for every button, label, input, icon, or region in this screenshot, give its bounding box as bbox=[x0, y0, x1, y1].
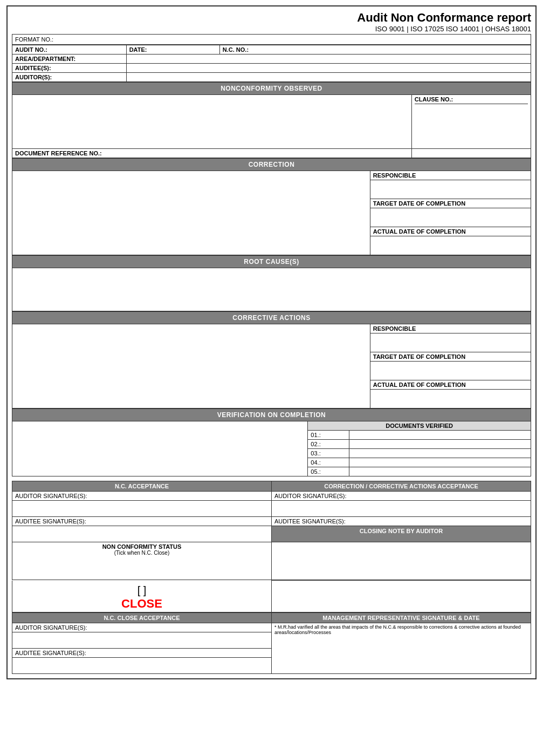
format-no-row: FORMAT NO.: bbox=[12, 34, 531, 45]
nc-no-label: N.C. NO.: bbox=[219, 45, 531, 55]
header: Audit Non Conformance report ISO 9001 | … bbox=[12, 11, 531, 33]
mgmt-rep-footnote: * M.R.had varified all the areas that im… bbox=[272, 623, 531, 673]
doc-item-3-label: 03.: bbox=[308, 449, 349, 458]
correction-content[interactable] bbox=[12, 171, 370, 255]
correction-acceptance-header: CORRECTION / CORRECTIVE ACTIONS ACCEPTAN… bbox=[272, 481, 531, 492]
target-date-value-2[interactable] bbox=[370, 362, 531, 380]
verification-header: VERIFICATION ON COMPLETION bbox=[12, 409, 531, 421]
doc-item-4-value[interactable] bbox=[349, 458, 531, 467]
actual-date-label-2: ACTUAL DATE OF COMPLETION bbox=[370, 380, 531, 390]
doc-item-2-value[interactable] bbox=[349, 440, 531, 449]
nc-auditee-sig-text: AUDITEE SIGNATURE(S): bbox=[15, 518, 86, 525]
corrective-actions-table: CORRECTIVE ACTIONS RESPONCIBLE TARGET DA… bbox=[12, 311, 531, 408]
verification-content[interactable] bbox=[12, 421, 308, 476]
page-container: Audit Non Conformance report ISO 9001 | … bbox=[6, 5, 537, 679]
nc-close-auditor-value[interactable] bbox=[12, 632, 272, 648]
actual-date-value-2[interactable] bbox=[370, 390, 531, 408]
close-bracket: [ ] bbox=[15, 584, 269, 597]
correction-header: CORRECTION bbox=[12, 159, 531, 171]
nc-close-table: N.C. CLOSE ACCEPTANCE MANAGEMENT REPRESE… bbox=[12, 612, 531, 674]
nc-status-sub: (Tick when N.C. Close) bbox=[15, 550, 269, 556]
actual-date-label-1: ACTUAL DATE OF COMPLETION bbox=[370, 227, 531, 236]
acceptance-top-table: N.C. ACCEPTANCE CORRECTION / CORRECTIVE … bbox=[12, 481, 531, 580]
actual-date-value-1[interactable] bbox=[370, 236, 531, 255]
nc-auditor-sig-value[interactable] bbox=[12, 501, 272, 517]
target-date-label-1: TARGET DATE OF COMPLETION bbox=[370, 199, 531, 208]
auditor-value[interactable] bbox=[126, 73, 531, 82]
nc-acceptance-header: N.C. ACCEPTANCE bbox=[12, 481, 272, 492]
responsible-value-1[interactable] bbox=[370, 180, 531, 199]
correction-table: CORRECTION RESPONCIBLE TARGET DATE OF CO… bbox=[12, 158, 531, 255]
ca-auditee-sig-text: AUDITEE SIGNATURE(S): bbox=[274, 518, 346, 525]
auditor-label: AUDITOR(S): bbox=[12, 73, 127, 82]
nc-close-auditee-value[interactable] bbox=[12, 657, 272, 673]
format-no-label: FORMAT NO.: bbox=[15, 36, 53, 43]
nc-status-table: [ ] CLOSE bbox=[12, 580, 531, 612]
responsible-label-2: RESPONCIBLE bbox=[370, 324, 531, 333]
ca-auditor-sig-value[interactable] bbox=[272, 501, 531, 517]
nc-status-cell: NON CONFORMITY STATUS (Tick when N.C. Cl… bbox=[12, 542, 272, 580]
root-cause-header: ROOT CAUSE(S) bbox=[12, 256, 531, 268]
verification-table: VERIFICATION ON COMPLETION DOCUMENTS VER… bbox=[12, 408, 531, 476]
target-date-label-2: TARGET DATE OF COMPLETION bbox=[370, 352, 531, 362]
audit-no-label: AUDIT NO.: bbox=[12, 45, 127, 55]
auditee-label: AUDITEE(S): bbox=[12, 64, 127, 73]
doc-item-5-label: 05.: bbox=[308, 467, 349, 476]
area-dept-value[interactable] bbox=[126, 55, 531, 64]
close-bracket-cell: [ ] CLOSE bbox=[12, 581, 272, 612]
top-info-table: AUDIT NO.: DATE: N.C. NO.: AREA/DEPARTME… bbox=[12, 45, 531, 82]
auditee-value[interactable] bbox=[126, 64, 531, 73]
nonconformity-content[interactable] bbox=[12, 95, 412, 149]
nonconformity-header: NONCONFORMITY OBSERVED bbox=[12, 83, 531, 95]
mgmt-rep-header: MANAGEMENT REPRESENTATIVE SIGNATURE & DA… bbox=[272, 612, 531, 623]
closing-note-value[interactable] bbox=[272, 542, 531, 580]
nc-auditor-sig-text: AUDITOR SIGNATURE(S): bbox=[15, 493, 87, 499]
ca-auditee-sig-label: AUDITEE SIGNATURE(S): bbox=[272, 517, 531, 526]
nc-close-auditee-label: AUDITEE SIGNATURE(S): bbox=[12, 648, 272, 657]
root-cause-table: ROOT CAUSE(S) bbox=[12, 255, 531, 311]
responsible-value-2[interactable] bbox=[370, 333, 531, 352]
nc-close-acceptance-header: N.C. CLOSE ACCEPTANCE bbox=[12, 612, 272, 623]
close-text: CLOSE bbox=[15, 597, 269, 611]
target-date-value-1[interactable] bbox=[370, 208, 531, 227]
report-subtitle: ISO 9001 | ISO 17025 ISO 14001 | OHSAS 1… bbox=[12, 25, 531, 33]
doc-item-3-value[interactable] bbox=[349, 449, 531, 458]
clause-no-value[interactable] bbox=[415, 105, 528, 143]
doc-item-2-label: 02.: bbox=[308, 440, 349, 449]
nonconformity-table: NONCONFORMITY OBSERVED CLAUSE NO.: DOCUM… bbox=[12, 82, 531, 158]
nc-auditee-sig-value[interactable] bbox=[12, 526, 272, 542]
responsible-label-1: RESPONCIBLE bbox=[370, 171, 531, 180]
doc-item-5-value[interactable] bbox=[349, 467, 531, 476]
ca-auditor-sig-label: AUDITOR SIGNATURE(S): bbox=[272, 492, 531, 501]
doc-ref-value[interactable] bbox=[411, 149, 531, 158]
clause-no-label: CLAUSE NO.: bbox=[415, 96, 528, 104]
clause-no-cell: CLAUSE NO.: bbox=[411, 95, 531, 149]
closing-note-area[interactable] bbox=[272, 581, 531, 612]
nc-auditee-sig-label: AUDITEE SIGNATURE(S): bbox=[12, 517, 272, 526]
report-title: Audit Non Conformance report bbox=[12, 11, 531, 25]
corrective-actions-header: CORRECTIVE ACTIONS bbox=[12, 312, 531, 324]
ca-auditor-sig-text: AUDITOR SIGNATURE(S): bbox=[274, 493, 346, 499]
documents-verified-header: DOCUMENTS VERIFIED bbox=[308, 421, 531, 431]
doc-item-4-label: 04.: bbox=[308, 458, 349, 467]
root-cause-content[interactable] bbox=[12, 268, 531, 311]
doc-ref-label: DOCUMENT REFERENCE NO.: bbox=[12, 149, 412, 158]
nc-status-label: NON CONFORMITY STATUS bbox=[15, 543, 269, 550]
corrective-actions-content[interactable] bbox=[12, 324, 370, 408]
doc-item-1-value[interactable] bbox=[349, 431, 531, 440]
date-label: DATE: bbox=[126, 45, 219, 55]
nc-close-auditor-label: AUDITOR SIGNATURE(S): bbox=[12, 623, 272, 632]
doc-item-1-label: 01.: bbox=[308, 431, 349, 440]
closing-note-header-cell: CLOSING NOTE BY AUDITOR bbox=[272, 526, 531, 542]
area-dept-label: AREA/DEPARTMENT: bbox=[12, 55, 127, 64]
nc-auditor-sig-label: AUDITOR SIGNATURE(S): bbox=[12, 492, 272, 501]
